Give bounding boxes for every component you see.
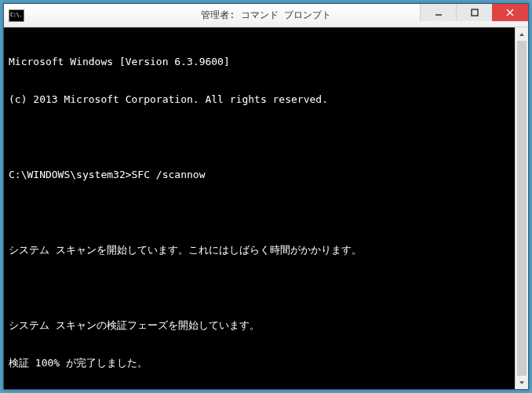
vertical-scrollbar[interactable] [515,27,528,389]
terminal-output[interactable]: Microsoft Windows [Version 6.3.9600] (c)… [4,27,528,389]
scroll-thumb[interactable] [517,41,527,376]
maximize-button[interactable] [456,4,492,21]
maximize-icon [471,9,479,16]
close-icon [506,9,514,16]
terminal-line: C:\WINDOWS\system32>SFC /scannow [9,169,523,181]
cmd-icon: C:\. [9,9,24,22]
terminal-line [9,206,523,219]
terminal-line: 検証 100% が完了しました。 [9,357,523,369]
terminal-line: システム スキャンの検証フェーズを開始しています。 [9,319,523,332]
minimize-icon [435,9,443,16]
terminal-line [9,282,523,294]
scroll-track[interactable] [516,41,528,376]
command-prompt-window: C:\. 管理者: コマンド プロンプト Microsoft Windows [… [3,3,529,390]
scroll-down-arrow[interactable] [516,376,528,389]
chevron-down-icon [519,380,525,385]
close-button[interactable] [492,4,528,21]
terminal-line: システム スキャンを開始しています。これにはしばらく時間がかかります。 [9,244,523,257]
minimize-button[interactable] [420,4,456,21]
terminal-line: (c) 2013 Microsoft Corporation. All righ… [9,93,523,106]
chevron-up-icon [519,32,525,37]
titlebar[interactable]: C:\. 管理者: コマンド プロンプト [4,4,528,27]
window-controls [420,4,528,21]
cmd-icon-label: C:\. [9,13,22,18]
terminal-line [9,131,523,144]
terminal-line: Microsoft Windows [Version 6.3.9600] [9,56,523,68]
scroll-up-arrow[interactable] [516,27,528,41]
svg-rect-1 [472,9,478,16]
